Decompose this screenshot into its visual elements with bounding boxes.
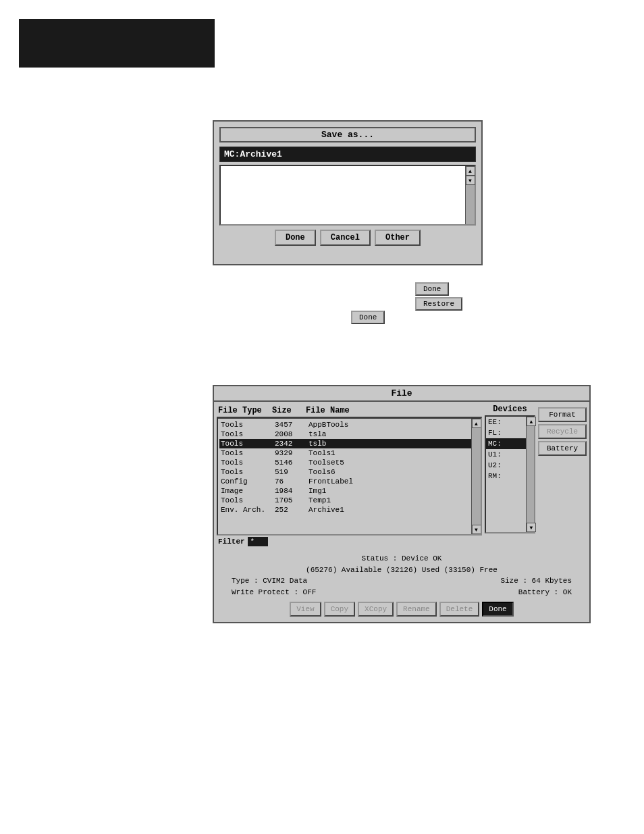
header-block [19,19,215,68]
row-type: Tools [221,440,275,448]
row-type: Tools [221,421,275,429]
row-size: 5146 [275,459,308,467]
recycle-button[interactable]: Recycle [538,424,587,439]
row-size: 519 [275,468,308,476]
bottom-buttons-row: View Copy XCopy Rename Delete Done [214,599,589,617]
row-type: Image [221,487,275,495]
table-row[interactable]: Tools 9329 Tools1 [219,448,479,458]
save-other-button[interactable]: Other [375,230,421,246]
file-list-header: File Type Size File Name [217,405,482,417]
col-filetype: File Type [218,406,272,415]
save-as-title: Save as... [219,127,476,142]
devices-section: Devices EE: FL: MC: U1: U2: RM: [485,405,535,548]
status-size: Size : 64 Kbytes [500,575,572,587]
status-battery: Battery : OK [518,587,572,598]
done-button-1[interactable]: Done [415,282,449,296]
restore-button[interactable]: Restore [415,297,462,311]
save-as-dialog: Save as... MC:Archive1 ▲ ▼ Done Cancel O… [213,120,483,265]
devices-list-area[interactable]: EE: FL: MC: U1: U2: RM: ▲ [485,415,535,533]
rename-button[interactable]: Rename [396,602,437,617]
table-row[interactable]: Tools 3457 AppBTools [219,420,479,429]
devices-scrollbar[interactable]: ▲ ▼ [526,417,534,532]
row-name: Img1 [308,487,478,495]
done-restore-area: Done Restore [415,282,462,311]
row-size: 76 [275,477,308,486]
status-line-2: (65276) Available (32126) Used (33150) F… [218,565,585,576]
filter-row: Filter * [217,536,482,548]
scroll-down-btn[interactable]: ▼ [466,176,475,185]
row-size: 9329 [275,449,308,457]
row-name: Toolset5 [308,459,478,467]
file-scroll-down-btn[interactable]: ▼ [472,525,481,534]
row-name: tsla [308,430,478,438]
row-size: 252 [275,506,308,514]
save-filename-input[interactable]: MC:Archive1 [219,147,476,162]
row-type: Env. Arch. [221,506,275,514]
col-filename: File Name [306,406,481,415]
row-size: 1984 [275,487,308,495]
file-manager-content: File Type Size File Name Tools 3457 AppB… [214,402,589,550]
filter-label: Filter [218,538,245,546]
table-row[interactable]: Tools 2008 tsla [219,429,479,439]
file-list-section: File Type Size File Name Tools 3457 AppB… [217,405,482,548]
status-line-1: Status : Device OK [218,553,585,565]
table-row[interactable]: Config 76 FrontLabel [219,477,479,486]
row-name: Archive1 [308,506,478,514]
delete-button[interactable]: Delete [439,602,480,617]
row-name: Tools6 [308,468,478,476]
row-type: Tools [221,449,275,457]
view-button[interactable]: View [290,602,321,617]
row-size: 1705 [275,496,308,504]
row-size: 2342 [275,440,308,448]
row-size: 3457 [275,421,308,429]
row-type: Config [221,477,275,486]
status-section: Status : Device OK (65276) Available (32… [214,550,589,599]
file-list-area[interactable]: Tools 3457 AppBTools Tools 2008 tsla Too… [217,417,482,536]
row-name: Tools1 [308,449,478,457]
file-list-inner: Tools 3457 AppBTools Tools 2008 tsla Too… [218,419,481,516]
dev-scroll-down-btn[interactable]: ▼ [527,523,536,532]
devices-label: Devices [485,405,535,414]
file-list-scrollbar[interactable]: ▲ ▼ [471,419,481,534]
file-manager-panel: File File Type Size File Name Tools 3457… [213,385,591,623]
filter-value[interactable]: * [248,537,268,546]
table-row[interactable]: Image 1984 Img1 [219,486,479,496]
file-done-button[interactable]: Done [482,602,513,617]
row-type: Tools [221,430,275,438]
row-name: Temp1 [308,496,478,504]
format-button[interactable]: Format [538,407,587,422]
col-size: Size [272,406,306,415]
row-name: AppBTools [308,421,478,429]
status-write-protect: Write Protect : OFF [232,587,316,598]
row-name: tslb [308,440,478,448]
save-dialog-button-row: Done Cancel Other [219,230,476,246]
scroll-up-btn[interactable]: ▲ [466,166,475,176]
row-name: FrontLabel [308,477,478,486]
save-listbox-scrollbar[interactable]: ▲ ▼ [465,166,475,224]
table-row[interactable]: Env. Arch. 252 Archive1 [219,505,479,515]
row-type: Tools [221,468,275,476]
battery-button[interactable]: Battery [538,441,587,456]
status-type: Type : CVIM2 Data [232,575,307,587]
dev-scroll-up-btn[interactable]: ▲ [527,417,536,426]
action-buttons-section: Format Recycle Battery [538,405,587,548]
save-file-listbox[interactable]: ▲ ▼ [219,165,476,226]
xcopy-button[interactable]: XCopy [358,602,394,617]
row-type: Tools [221,496,275,504]
save-done-button[interactable]: Done [275,230,316,246]
table-row[interactable]: Tools 1705 Temp1 [219,496,479,505]
done-button-2[interactable]: Done [351,311,385,324]
row-type: Tools [221,459,275,467]
file-scroll-up-btn[interactable]: ▲ [472,419,481,428]
file-manager-title: File [214,386,589,402]
table-row[interactable]: Tools 5146 Toolset5 [219,458,479,467]
row-size: 2008 [275,430,308,438]
save-cancel-button[interactable]: Cancel [320,230,371,246]
copy-button[interactable]: Copy [324,602,355,617]
table-row[interactable]: Tools 2342 tslb [219,439,479,448]
table-row[interactable]: Tools 519 Tools6 [219,467,479,477]
